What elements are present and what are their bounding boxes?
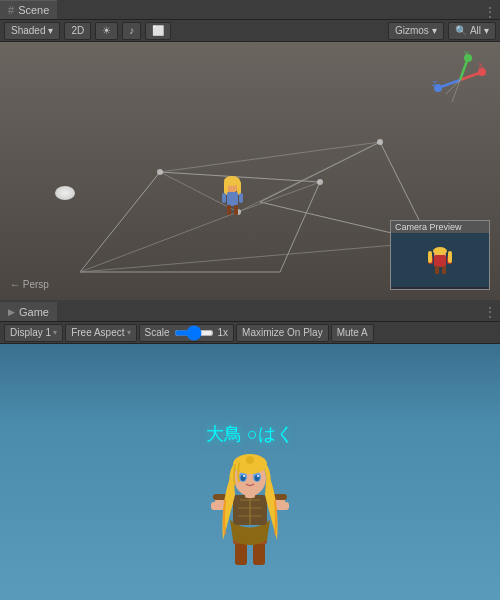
svg-point-65 [243,475,245,477]
scene-panel: # Scene ⋮ Shaded ▾ 2D ☀ ♪ ⬜ Gizmos ▾ 🔍 [0,0,500,302]
svg-marker-0 [80,172,320,272]
aspect-arrow-icon: ▾ [127,328,131,337]
maximize-on-play-button[interactable]: Maximize On Play [236,324,329,342]
svg-point-9 [317,179,323,185]
shaded-label: Shaded [11,25,45,36]
svg-rect-42 [428,251,432,263]
character-name: 大鳥 ○はく [206,422,294,446]
fx-icon-btn[interactable]: ⬜ [145,22,171,40]
game-viewport[interactable]: 大鳥 ○はく [0,344,500,600]
game-triangle-icon: ▶ [8,307,15,317]
svg-line-6 [238,142,380,212]
fx-icon: ⬜ [152,25,164,36]
aspect-dropdown[interactable]: Free Aspect ▾ [65,324,136,342]
game-tab[interactable]: ▶ Game [0,302,57,321]
persp-label: ← Persp [10,279,49,290]
aspect-label: Free Aspect [71,327,124,338]
svg-text:Y: Y [464,50,470,58]
camera-preview-title: Camera Preview [391,221,489,233]
gizmos-label: Gizmos [395,25,429,36]
scene-viewport[interactable]: X Y Z Camera Preview [0,42,500,300]
mute-label: Mute A [337,327,368,338]
display-label: Display 1 [10,327,51,338]
gizmo-widget: X Y Z [430,50,490,110]
maximize-label: Maximize On Play [242,327,323,338]
svg-line-5 [238,182,320,212]
mute-audio-button[interactable]: Mute A [331,324,374,342]
svg-line-3 [80,242,430,272]
all-arrow-icon: ▾ [484,25,489,36]
svg-rect-57 [211,502,225,510]
game-tab-bar: ▶ Game ⋮ [0,302,500,322]
scene-tab-label: Scene [18,4,49,16]
svg-rect-37 [434,255,446,267]
svg-rect-19 [222,193,226,203]
svg-rect-16 [227,192,238,206]
svg-rect-39 [442,266,446,274]
scale-label: Scale [145,327,170,338]
search-icon: 🔍 [455,25,467,36]
gizmos-arrow-icon: ▾ [432,25,437,36]
scene-character [215,175,250,220]
sun-icon-btn[interactable]: ☀ [95,22,118,40]
svg-rect-17 [227,205,231,215]
scale-control[interactable]: Scale 1x [139,324,235,342]
svg-text:Z: Z [432,79,437,88]
audio-icon: ♪ [129,25,134,36]
gizmos-dropdown[interactable]: Gizmos ▾ [388,22,444,40]
scene-hash-icon: # [8,4,14,16]
svg-text:X: X [478,61,484,70]
2d-label: 2D [71,25,84,36]
svg-line-2 [160,142,380,172]
display-arrow-icon: ▾ [53,328,57,337]
svg-point-10 [377,139,383,145]
2d-toggle[interactable]: 2D [64,22,91,40]
game-panel: ▶ Game ⋮ Display 1 ▾ Free Aspect ▾ Scale… [0,302,500,600]
scene-light [55,186,75,200]
all-layers-dropdown[interactable]: 🔍 All ▾ [448,22,496,40]
game-menu-icon[interactable]: ⋮ [484,305,500,319]
svg-rect-58 [275,502,289,510]
display-dropdown[interactable]: Display 1 ▾ [4,324,63,342]
game-character-sprite [205,450,295,570]
scale-value: 1x [218,327,229,338]
scene-tab-bar: # Scene ⋮ [0,0,500,20]
svg-rect-38 [435,266,439,274]
scene-toolbar: Shaded ▾ 2D ☀ ♪ ⬜ Gizmos ▾ 🔍 All ▾ [0,20,500,42]
scene-menu-icon[interactable]: ⋮ [484,5,496,19]
shaded-arrow-icon: ▾ [48,25,53,36]
game-tab-label: Game [19,306,49,318]
svg-point-66 [257,475,259,477]
svg-point-36 [433,247,447,255]
svg-rect-18 [234,205,238,215]
svg-point-69 [246,456,254,464]
game-toolbar: Display 1 ▾ Free Aspect ▾ Scale 1x Maxim… [0,322,500,344]
scale-slider[interactable] [174,330,214,336]
camera-preview-content [391,233,489,285]
svg-point-8 [157,169,163,175]
scene-tab[interactable]: # Scene [0,0,57,19]
sun-icon: ☀ [102,25,111,36]
svg-rect-43 [448,251,452,263]
svg-rect-20 [239,193,243,203]
game-character-area: 大鳥 ○はく [205,422,295,570]
all-label: All [470,25,481,36]
audio-icon-btn[interactable]: ♪ [122,22,141,40]
shaded-dropdown[interactable]: Shaded ▾ [4,22,60,40]
camera-preview: Camera Preview [390,220,490,290]
